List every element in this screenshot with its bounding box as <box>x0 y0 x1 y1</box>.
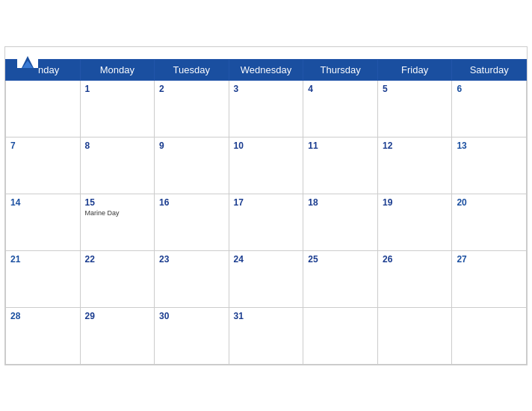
day-number: 2 <box>159 84 224 94</box>
calendar-cell: 29 <box>80 307 155 364</box>
day-number: 24 <box>234 254 299 265</box>
generalblue-logo-icon <box>17 53 38 74</box>
weekday-header-wednesday: Wednesday <box>229 59 303 80</box>
day-number: 16 <box>159 197 224 208</box>
day-number: 6 <box>457 84 522 94</box>
calendar-cell: 4 <box>303 80 378 137</box>
day-number: 23 <box>159 254 224 265</box>
calendar-cell: 13 <box>452 137 527 194</box>
day-number: 1 <box>85 84 150 94</box>
day-number: 8 <box>85 140 150 151</box>
calendar-cell: 9 <box>155 137 229 194</box>
calendar-cell: 5 <box>377 80 451 137</box>
logo-area <box>17 53 41 74</box>
calendar-cell: 27 <box>452 250 527 307</box>
calendar-thead: SundayMondayTuesdayWednesdayThursdayFrid… <box>6 59 527 80</box>
day-number: 29 <box>85 311 150 321</box>
day-number: 19 <box>383 197 447 208</box>
day-number: 14 <box>10 197 75 208</box>
weekday-header-tuesday: Tuesday <box>155 59 229 80</box>
svg-rect-3 <box>17 68 38 74</box>
week-row-3: 21222324252627 <box>6 250 527 307</box>
calendar-cell: 6 <box>452 80 527 137</box>
calendar-tbody: 123456789101112131415Marine Day161718192… <box>6 80 527 364</box>
calendar-cell <box>377 307 451 364</box>
day-number: 27 <box>457 254 522 265</box>
calendar-cell: 23 <box>155 250 229 307</box>
week-row-0: 123456 <box>6 80 527 137</box>
weekday-header-thursday: Thursday <box>303 59 378 80</box>
day-number: 7 <box>10 140 75 151</box>
calendar-cell: 2 <box>155 80 229 137</box>
week-row-2: 1415Marine Day1617181920 <box>6 194 527 250</box>
calendar-cell <box>303 307 378 364</box>
calendar-table: SundayMondayTuesdayWednesdayThursdayFrid… <box>5 59 527 365</box>
calendar-cell: 26 <box>377 250 451 307</box>
weekday-header-saturday: Saturday <box>452 59 527 80</box>
calendar-header <box>5 47 527 59</box>
calendar-cell: 7 <box>6 137 81 194</box>
calendar-cell: 1 <box>80 80 155 137</box>
day-number: 13 <box>457 140 522 151</box>
day-number: 10 <box>234 140 299 151</box>
weekday-header-friday: Friday <box>377 59 451 80</box>
calendar-cell: 30 <box>155 307 229 364</box>
calendar-cell: 14 <box>6 194 81 250</box>
event-label: Marine Day <box>85 209 150 217</box>
day-number: 4 <box>308 84 373 94</box>
calendar-cell: 10 <box>229 137 303 194</box>
day-number: 31 <box>234 311 299 321</box>
week-row-1: 78910111213 <box>6 137 527 194</box>
calendar-cell: 25 <box>303 250 378 307</box>
calendar-cell: 11 <box>303 137 378 194</box>
day-number: 5 <box>383 84 447 94</box>
calendar-cell: 21 <box>6 250 81 307</box>
calendar-cell: 18 <box>303 194 378 250</box>
day-number: 12 <box>383 140 447 151</box>
weekday-header-row: SundayMondayTuesdayWednesdayThursdayFrid… <box>6 59 527 80</box>
calendar-cell: 24 <box>229 250 303 307</box>
calendar-cell: 28 <box>6 307 81 364</box>
day-number: 15 <box>85 197 150 208</box>
day-number: 18 <box>308 197 373 208</box>
day-number: 20 <box>457 197 522 208</box>
calendar-cell: 8 <box>80 137 155 194</box>
calendar-cell: 16 <box>155 194 229 250</box>
day-number: 11 <box>308 140 373 151</box>
weekday-header-monday: Monday <box>80 59 155 80</box>
calendar-cell: 12 <box>377 137 451 194</box>
calendar-cell: 20 <box>452 194 527 250</box>
calendar-cell: 15Marine Day <box>80 194 155 250</box>
day-number: 22 <box>85 254 150 265</box>
day-number: 21 <box>10 254 75 265</box>
calendar-cell: 19 <box>377 194 451 250</box>
day-number: 9 <box>159 140 224 151</box>
calendar-cell <box>6 80 81 137</box>
calendar-cell <box>452 307 527 364</box>
day-number: 26 <box>383 254 447 265</box>
day-number: 25 <box>308 254 373 265</box>
calendar-cell: 3 <box>229 80 303 137</box>
day-number: 28 <box>10 311 75 321</box>
week-row-4: 28293031 <box>6 307 527 364</box>
calendar-cell: 22 <box>80 250 155 307</box>
day-number: 30 <box>159 311 224 321</box>
calendar-cell: 17 <box>229 194 303 250</box>
calendar-cell: 31 <box>229 307 303 364</box>
day-number: 3 <box>234 84 299 94</box>
day-number: 17 <box>234 197 299 208</box>
calendar-container: SundayMondayTuesdayWednesdayThursdayFrid… <box>4 46 528 365</box>
